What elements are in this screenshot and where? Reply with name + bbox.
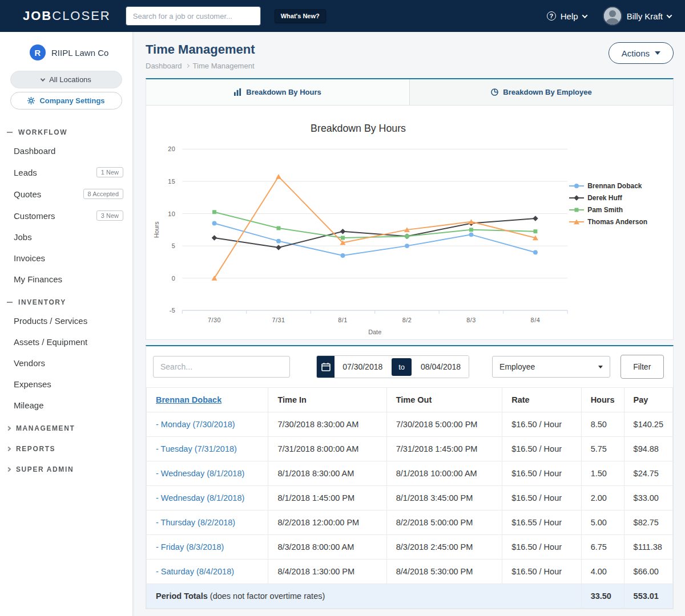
timesheet-day-link[interactable]: - Saturday (8/4/2018) xyxy=(156,567,234,576)
column-header-time-out: Time Out xyxy=(386,388,502,412)
svg-text:Hours: Hours xyxy=(153,221,160,238)
sidebar-section-label: WORKFLOW xyxy=(18,128,67,136)
total-pay: 553.01 xyxy=(624,584,672,609)
cell-pay: $111.38 xyxy=(624,535,672,560)
caret-down-icon xyxy=(655,51,660,55)
cell-time-in: 8/1/2018 8:30:00 AM xyxy=(268,461,386,486)
legend-label: Thomas Anderson xyxy=(587,218,647,226)
help-menu[interactable]: ? Help xyxy=(547,11,587,21)
whats-new-button[interactable]: What's New? xyxy=(275,9,326,23)
tab-breakdown-by-employee[interactable]: Breakdown By Employee xyxy=(409,79,673,105)
sidebar-item-assets-equipment[interactable]: Assets / Equipment xyxy=(0,331,132,352)
company-name: RIIPL Lawn Co xyxy=(51,48,108,58)
sidebar-item-products-services[interactable]: Products / Services xyxy=(0,310,132,331)
legend-item-pam-smith[interactable]: Pam Smith xyxy=(569,206,671,214)
cell-time-out: 8/4/2018 5:30:00 PM xyxy=(386,560,502,584)
table-search-input[interactable] xyxy=(153,356,290,378)
legend-label: Pam Smith xyxy=(587,206,623,214)
column-header-time-in: Time In xyxy=(268,388,386,412)
sidebar-item-invoices[interactable]: Invoices xyxy=(0,248,132,269)
employee-name-link[interactable]: Brennan Doback xyxy=(156,395,221,404)
help-label: Help xyxy=(561,11,578,21)
expand-icon xyxy=(6,467,11,472)
cell-pay: $33.00 xyxy=(624,486,672,510)
legend-marker-icon xyxy=(569,218,584,225)
cell-hours: 5.75 xyxy=(581,437,624,461)
cell-time-out: 8/1/2018 10:00:00 AM xyxy=(386,461,502,486)
cell-time-in: 7/30/2018 8:30:00 AM xyxy=(268,412,386,437)
filter-button[interactable]: Filter xyxy=(620,355,664,379)
legend-item-derek-huff[interactable]: Derek Huff xyxy=(569,194,671,202)
breadcrumb: Dashboard Time Management xyxy=(146,62,255,70)
cell-time-out: 7/30/2018 5:00:00 PM xyxy=(386,412,502,437)
timesheet-day-link[interactable]: - Tuesday (7/31/2018) xyxy=(156,444,237,453)
cell-time-in: 8/1/2018 1:45:00 PM xyxy=(268,486,386,510)
timesheet-day-link[interactable]: - Friday (8/3/2018) xyxy=(156,542,224,552)
cell-time-in: 8/3/2018 8:00:00 AM xyxy=(268,535,386,560)
sidebar-item-vendors[interactable]: Vendors xyxy=(0,352,132,374)
user-menu[interactable]: Billy Kraft xyxy=(603,6,671,26)
calendar-button[interactable] xyxy=(317,355,335,378)
legend-item-thomas-anderson[interactable]: Thomas Anderson xyxy=(569,218,671,226)
table-row: - Friday (8/3/2018)8/3/2018 8:00:00 AM8/… xyxy=(147,535,673,560)
collapse-icon xyxy=(7,132,13,133)
timesheet-day-link[interactable]: - Wednesday (8/1/2018) xyxy=(156,493,244,502)
sidebar-item-customers[interactable]: Customers3 New xyxy=(0,205,132,226)
timesheet-day-link[interactable]: - Thursday (8/2/2018) xyxy=(156,518,235,527)
legend-item-brennan-doback[interactable]: Brennan Doback xyxy=(569,182,671,190)
line-chart[interactable]: Breakdown By Hours-5051015207/307/318/18… xyxy=(147,109,569,337)
collapse-icon xyxy=(7,302,13,303)
sidebar-item-jobs[interactable]: Jobs xyxy=(0,226,132,248)
sidebar-item-label: Products / Services xyxy=(14,316,87,326)
sidebar-item-leads[interactable]: Leads1 New xyxy=(0,161,132,183)
company-settings-button[interactable]: Company Settings xyxy=(10,92,122,110)
sidebar-item-dashboard[interactable]: Dashboard xyxy=(0,140,132,161)
sidebar-item-badge: 8 Accepted xyxy=(83,189,123,199)
cell-time-in: 8/2/2018 12:00:00 PM xyxy=(268,510,386,535)
breadcrumb-dashboard-link[interactable]: Dashboard xyxy=(146,62,182,70)
sidebar-section-inventory[interactable]: INVENTORY xyxy=(0,290,132,310)
cell-rate: $16.50 / Hour xyxy=(502,486,581,510)
chevron-down-icon xyxy=(41,76,45,81)
table-header-row: Brennan Doback Time In Time Out Rate Hou… xyxy=(147,388,673,412)
sidebar-section-management[interactable]: MANAGEMENT xyxy=(0,416,132,436)
svg-text:Date: Date xyxy=(368,329,381,335)
tab-breakdown-by-hours[interactable]: Breakdown By Hours xyxy=(146,79,409,105)
chart-area: Breakdown By Hours-5051015207/307/318/18… xyxy=(146,106,673,339)
all-locations-dropdown[interactable]: All Locations xyxy=(10,71,122,88)
global-search-input[interactable] xyxy=(126,6,261,26)
cell-hours: 1.50 xyxy=(581,461,624,486)
actions-button[interactable]: Actions xyxy=(609,42,674,64)
sidebar-section-workflow[interactable]: WORKFLOW xyxy=(0,120,132,140)
cell-hours: 5.00 xyxy=(581,510,624,535)
sidebar-item-mileage[interactable]: Mileage xyxy=(0,395,132,416)
sidebar-item-badge: 1 New xyxy=(96,167,123,177)
sidebar-section-reports[interactable]: REPORTS xyxy=(0,436,132,457)
sidebar-item-label: Quotes xyxy=(14,189,41,199)
navbar-right: ? Help Billy Kraft xyxy=(547,6,671,26)
svg-text:-5: -5 xyxy=(170,307,176,314)
timesheet-day-link[interactable]: - Wednesday (8/1/2018) xyxy=(156,469,244,478)
app-logo[interactable]: JOBCLOSER xyxy=(23,9,111,23)
column-header-hours: Hours xyxy=(581,388,624,412)
calendar-icon xyxy=(321,362,331,371)
svg-text:10: 10 xyxy=(168,210,175,217)
legend-marker-icon xyxy=(569,194,584,201)
company-header[interactable]: R RIIPL Lawn Co xyxy=(0,40,132,67)
table-row: - Wednesday (8/1/2018)8/1/2018 8:30:00 A… xyxy=(147,461,673,486)
sidebar-section-label: INVENTORY xyxy=(18,298,66,306)
svg-text:0: 0 xyxy=(172,275,176,282)
sidebar-item-expenses[interactable]: Expenses xyxy=(0,374,132,395)
sidebar-item-my-finances[interactable]: My Finances xyxy=(0,269,132,290)
logo-text-light: CLOSER xyxy=(52,9,110,23)
date-from-input[interactable] xyxy=(335,356,390,378)
sidebar-item-badge: 3 New xyxy=(96,210,123,221)
column-header-rate: Rate xyxy=(502,388,581,412)
actions-label: Actions xyxy=(622,48,650,58)
timesheet-day-link[interactable]: - Monday (7/30/2018) xyxy=(156,420,235,429)
sidebar-item-label: Customers xyxy=(14,211,55,221)
sidebar-item-quotes[interactable]: Quotes8 Accepted xyxy=(0,183,132,205)
employee-select[interactable]: Employee xyxy=(492,356,610,378)
sidebar-section-super-admin[interactable]: SUPER ADMIN xyxy=(0,457,132,477)
date-to-input[interactable] xyxy=(413,356,469,378)
